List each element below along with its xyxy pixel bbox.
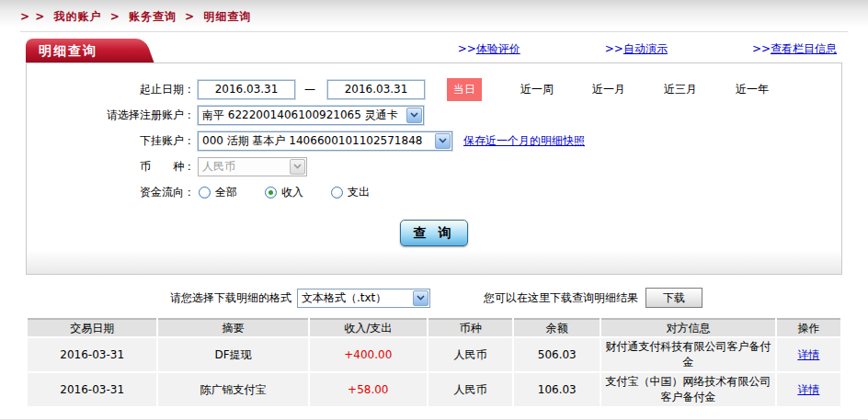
top-gradient-bar: > > 我的账户 > 账务查询 > 明细查询	[0, 0, 868, 28]
flow-direction-row: 资金流向： 全部 收入 支出	[27, 179, 841, 205]
breadcrumb-prefix: > >	[20, 10, 45, 23]
date-range-row: 起止日期： — 当日 近一周 近一月 近三月 近一年	[27, 76, 841, 102]
quick-filter-last-week[interactable]: 近一周	[520, 82, 554, 97]
detail-link[interactable]: 详情	[797, 348, 819, 361]
transactions-table: 交易日期 摘要 收入/支出 币种 余额 对方信息 操作 2016-03-31 D…	[26, 316, 842, 408]
cell-amount: +400.00	[310, 338, 427, 371]
flow-radio-expense[interactable]: 支出	[331, 185, 370, 200]
quick-filter-last-year[interactable]: 近一年	[736, 82, 769, 97]
sub-account-row: 下挂账户： 000 活期 基本户 1406600101102571848 保存近…	[27, 128, 841, 153]
date-range-dash: —	[304, 83, 315, 96]
currency-value: 人民币	[199, 159, 289, 175]
cell-date: 2016-03-31	[28, 373, 156, 406]
tab-title: 明细查询	[39, 43, 97, 60]
start-date-input[interactable]	[198, 80, 295, 99]
col-header-action: 操作	[777, 318, 840, 336]
quick-filter-last-month[interactable]: 近一月	[592, 82, 625, 97]
radio-checked-icon	[265, 187, 277, 199]
col-header-amount: 收入/支出	[310, 318, 427, 336]
register-account-value: 南平 6222001406100921065 灵通卡	[199, 108, 405, 123]
breadcrumb-separator: >	[185, 10, 195, 23]
register-account-label: 请选择注册账户：	[27, 108, 195, 123]
cell-balance: 506.03	[514, 338, 600, 371]
tab-detail-query[interactable]: 明细查询	[26, 39, 147, 62]
cell-currency: 人民币	[428, 373, 512, 406]
register-account-row: 请选择注册账户： 南平 6222001406100921065 灵通卡	[27, 102, 841, 128]
radio-icon	[199, 187, 211, 199]
sub-account-select[interactable]: 000 活期 基本户 1406600101102571848	[198, 131, 452, 151]
col-header-summary: 摘要	[158, 318, 307, 336]
link-auto-demo[interactable]: >>自动演示	[605, 41, 668, 57]
breadcrumb: > > 我的账户 > 账务查询 > 明细查询	[0, 0, 868, 25]
flow-radio-income-label: 收入	[281, 185, 303, 200]
breadcrumb-item-detail-query[interactable]: 明细查询	[203, 10, 251, 23]
radio-icon	[331, 187, 343, 199]
cell-summary: 陈广锦支付宝	[158, 373, 307, 406]
download-hint: 您可以在这里下载查询明细结果	[484, 290, 638, 306]
cell-counterparty: 财付通支付科技有限公司客户备付金	[601, 338, 774, 371]
download-format-label: 请您选择下载明细的格式	[170, 290, 291, 306]
breadcrumb-divider	[20, 31, 848, 32]
date-range-label: 起止日期：	[27, 82, 195, 97]
table-row: 2016-03-31 陈广锦支付宝 +58.00 人民币 106.03 支付宝（…	[28, 373, 840, 406]
flow-radio-income[interactable]: 收入	[265, 185, 303, 200]
breadcrumb-separator: >	[110, 10, 120, 23]
download-row: 请您选择下载明细的格式 文本格式（.txt） 您可以在这里下载查询明细结果 下载	[0, 287, 868, 309]
col-header-balance: 余额	[514, 318, 600, 336]
chevron-down-icon	[406, 108, 422, 123]
sub-account-label: 下挂账户：	[27, 133, 195, 149]
col-header-currency: 币种	[428, 318, 512, 336]
cell-counterparty: 支付宝（中国）网络技术有限公司客户备付金	[601, 373, 774, 406]
cell-balance: 106.03	[514, 373, 600, 406]
flow-radio-expense-label: 支出	[348, 185, 370, 200]
breadcrumb-item-my-account[interactable]: 我的账户	[53, 10, 101, 23]
flow-direction-label: 资金流向：	[27, 185, 195, 200]
query-button[interactable]: 查 询	[400, 220, 468, 246]
breadcrumb-item-account-query[interactable]: 账务查询	[129, 10, 177, 23]
quick-filter-last-3-months[interactable]: 近三月	[664, 82, 697, 97]
cell-summary: DF提现	[158, 338, 307, 371]
save-monthly-snapshot-link[interactable]: 保存近一个月的明细快照	[463, 133, 585, 149]
currency-row: 币 种： 人民币	[27, 153, 841, 179]
chevron-down-icon	[413, 290, 428, 306]
cell-date: 2016-03-31	[28, 338, 156, 371]
download-button[interactable]: 下载	[645, 288, 702, 308]
cell-currency: 人民币	[428, 338, 512, 371]
detail-link[interactable]: 详情	[797, 383, 819, 396]
cell-amount: +58.00	[310, 373, 427, 406]
query-form-panel: 起止日期： — 当日 近一周 近一月 近三月 近一年 请选择注册账户： 南平 6…	[26, 62, 842, 275]
table-row: 2016-03-31 DF提现 +400.00 人民币 506.03 财付通支付…	[28, 338, 840, 371]
register-account-select[interactable]: 南平 6222001406100921065 灵通卡	[198, 106, 424, 125]
download-format-select[interactable]: 文本格式（.txt）	[297, 289, 430, 308]
flow-radio-all-label: 全部	[215, 185, 237, 200]
flow-radio-all[interactable]: 全部	[199, 185, 237, 200]
link-experience-feedback[interactable]: >>体验评价	[458, 41, 520, 57]
quick-filter-today[interactable]: 当日	[447, 78, 482, 101]
chevron-down-icon	[435, 133, 451, 149]
download-format-value: 文本格式（.txt）	[298, 290, 412, 306]
currency-select: 人民币	[198, 157, 307, 176]
table-header-row: 交易日期 摘要 收入/支出 币种 余额 对方信息 操作	[28, 318, 840, 336]
link-view-column-info[interactable]: >>查看栏目信息	[752, 41, 837, 57]
currency-label: 币 种：	[27, 159, 195, 175]
end-date-input[interactable]	[327, 80, 425, 99]
col-header-date: 交易日期	[28, 318, 156, 336]
col-header-counterparty: 对方信息	[601, 318, 774, 336]
chevron-down-icon	[290, 159, 305, 175]
sub-account-value: 000 活期 基本户 1406600101102571848	[199, 133, 434, 149]
